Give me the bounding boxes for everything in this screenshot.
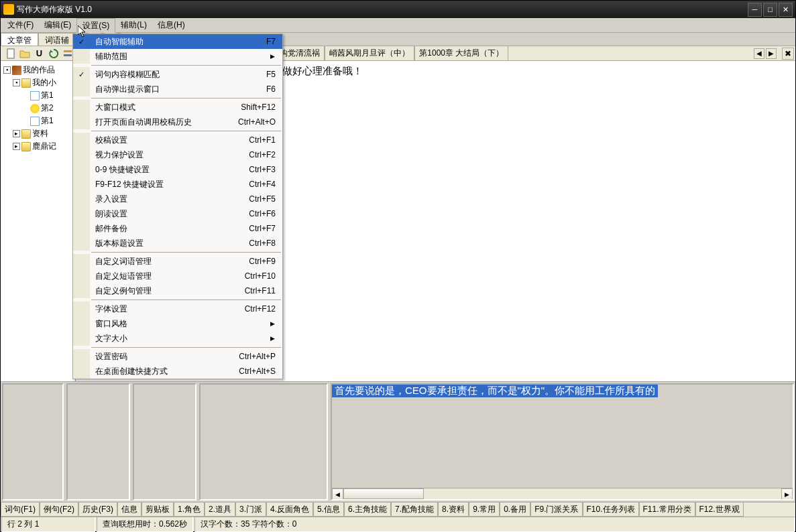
bottom-tab[interactable]: 5.信息 bbox=[313, 503, 344, 517]
check-icon: ✓ bbox=[78, 38, 84, 46]
bottom-tab[interactable]: F12.世界观 bbox=[695, 503, 744, 517]
menu-shortcut: Ctrl+F5 bbox=[249, 194, 276, 204]
left-tab-articles[interactable]: 文章管理 bbox=[1, 33, 38, 46]
bottom-tab[interactable]: 1.角色 bbox=[174, 503, 205, 517]
menu-item[interactable]: 打开页面自动调用校稿历史Ctrl+Alt+O bbox=[73, 115, 282, 129]
menu-item[interactable]: 朗读设置Ctrl+F6 bbox=[73, 206, 282, 221]
menu-gutter bbox=[73, 316, 90, 331]
left-tab-words[interactable]: 词语辅 bbox=[38, 33, 76, 46]
bottom-panel-main[interactable]: 首先要说的是，CEO要承担责任，而不是"权力"。你不能用工作所具有的 ◀ ▶ bbox=[331, 383, 794, 501]
menu-item[interactable]: 大窗口模式Shift+F12 bbox=[73, 100, 282, 115]
new-doc-icon[interactable] bbox=[5, 48, 16, 60]
tab-scroll-right-icon[interactable]: ▶ bbox=[766, 48, 777, 59]
submenu-arrow-icon: ▶ bbox=[269, 320, 276, 327]
tree-node[interactable]: ▸ 资料 bbox=[1, 127, 75, 140]
tree-node[interactable]: ▪ 我的小 bbox=[1, 76, 75, 89]
menu-shortcut: Ctrl+Alt+P bbox=[239, 352, 276, 361]
bottom-tab[interactable]: 例句(F2) bbox=[40, 503, 78, 517]
close-button[interactable]: ✕ bbox=[779, 3, 793, 17]
menu-file[interactable]: 文件(F) bbox=[2, 18, 39, 32]
sidebar-tree: ▪ 我的作品 ▪ 我的小 第1 第2 bbox=[1, 61, 76, 381]
scroll-thumb[interactable] bbox=[343, 488, 424, 499]
menu-item[interactable]: 在桌面创建快捷方式Ctrl+Alt+S bbox=[73, 364, 282, 379]
bottom-tabs: 词句(F1)例句(F2)历史(F3)信息剪贴板1.角色2.道具3.门派4.反面角… bbox=[1, 502, 795, 517]
menu-item-label: 版本标题设置 bbox=[90, 238, 249, 249]
menu-gutter bbox=[73, 254, 90, 269]
menu-item[interactable]: ✓词句内容模糊匹配F5 bbox=[73, 67, 282, 82]
tree-expand-icon[interactable]: ▸ bbox=[13, 130, 20, 137]
minimize-button[interactable]: ─ bbox=[748, 3, 762, 17]
bottom-tab[interactable]: 6.主角技能 bbox=[344, 503, 391, 517]
doc-tab[interactable]: 峭茜风期月旦评（中） bbox=[325, 46, 414, 61]
menu-gutter: ✓ bbox=[73, 34, 90, 49]
menu-item[interactable]: 视力保护设置Ctrl+F2 bbox=[73, 147, 282, 162]
menu-settings[interactable]: 设置(S) bbox=[76, 18, 115, 33]
menu-assist[interactable]: 辅助(L) bbox=[115, 18, 152, 32]
tree-root[interactable]: ▪ 我的作品 bbox=[1, 64, 75, 76]
menu-edit[interactable]: 编辑(E) bbox=[39, 18, 76, 32]
menu-shortcut: F6 bbox=[266, 84, 276, 94]
menu-item-label: 辅助范围 bbox=[90, 51, 269, 62]
menu-item-label: 自定义短语管理 bbox=[90, 271, 245, 282]
menu-item[interactable]: 窗口风格▶ bbox=[73, 316, 282, 331]
bottom-tab[interactable]: F11.常用分类 bbox=[639, 503, 695, 517]
menu-item[interactable]: 自定义例句管理Ctrl+F11 bbox=[73, 283, 282, 298]
menu-item[interactable]: 0-9 快捷键设置Ctrl+F3 bbox=[73, 162, 282, 177]
menu-info[interactable]: 信息(H) bbox=[152, 18, 190, 32]
menu-item[interactable]: 自定义短语管理Ctrl+F10 bbox=[73, 269, 282, 283]
tree-node[interactable]: 第2 bbox=[1, 102, 75, 115]
menu-item[interactable]: 校稿设置Ctrl+F1 bbox=[73, 133, 282, 147]
menu-gutter bbox=[73, 269, 90, 283]
open-icon[interactable] bbox=[19, 48, 30, 60]
menu-item[interactable]: 自定义词语管理Ctrl+F9 bbox=[73, 254, 282, 269]
refresh-icon[interactable] bbox=[48, 48, 59, 60]
bottom-tab[interactable]: 9.常用 bbox=[469, 503, 500, 517]
bottom-tab[interactable]: 剪贴板 bbox=[141, 503, 174, 517]
app-icon bbox=[3, 4, 14, 15]
bottom-panel-2[interactable] bbox=[66, 383, 130, 501]
bottom-panel-4[interactable] bbox=[199, 383, 328, 501]
menu-item-label: 邮件备份 bbox=[90, 223, 249, 235]
bottom-tab[interactable]: 7.配角技能 bbox=[391, 503, 438, 517]
tree-node[interactable]: ▸ 鹿鼎记 bbox=[1, 140, 75, 153]
bottom-tab[interactable]: 3.门派 bbox=[235, 503, 266, 517]
bottom-panel-1[interactable] bbox=[2, 383, 64, 501]
bottom-tab[interactable]: 2.道具 bbox=[205, 503, 235, 517]
tree-node[interactable]: 第1 bbox=[1, 89, 75, 102]
menu-gutter bbox=[73, 100, 90, 115]
bottom-tab[interactable]: 历史(F3) bbox=[78, 503, 117, 517]
tree-collapse-icon[interactable]: ▪ bbox=[13, 79, 20, 86]
tree-node[interactable]: 第1 bbox=[1, 115, 75, 127]
menu-item[interactable]: 设置密码Ctrl+Alt+P bbox=[73, 349, 282, 364]
maximize-button[interactable]: □ bbox=[763, 3, 777, 17]
bold-icon[interactable]: U bbox=[34, 48, 45, 60]
scroll-right-icon[interactable]: ▶ bbox=[781, 488, 793, 500]
menu-item[interactable]: 自动弹出提示窗口F6 bbox=[73, 82, 282, 96]
menu-gutter bbox=[73, 331, 90, 346]
horizontal-scrollbar[interactable]: ◀ ▶ bbox=[332, 488, 793, 499]
close-tab-icon[interactable]: ✖ bbox=[782, 48, 794, 60]
menu-gutter bbox=[73, 283, 90, 298]
bottom-tab[interactable]: 词句(F1) bbox=[1, 503, 40, 517]
bottom-tab[interactable]: 0.备用 bbox=[500, 503, 530, 517]
tab-scroll-left-icon[interactable]: ◀ bbox=[754, 48, 764, 59]
menu-item[interactable]: 辅助范围▶ bbox=[73, 49, 282, 64]
tree-expand-icon[interactable]: ▸ bbox=[13, 143, 20, 150]
bottom-tab[interactable]: 4.反面角色 bbox=[266, 503, 313, 517]
menu-item[interactable]: 文字大小▶ bbox=[73, 331, 282, 346]
bottom-tab[interactable]: F10.任务列表 bbox=[583, 503, 639, 517]
menu-item[interactable]: 录入设置Ctrl+F5 bbox=[73, 192, 282, 206]
bottom-tab[interactable]: F9.门派关系 bbox=[530, 503, 582, 517]
menu-item[interactable]: F9-F12 快捷键设置Ctrl+F4 bbox=[73, 177, 282, 192]
menu-item[interactable]: ✓自动智能辅助F7 bbox=[73, 34, 282, 49]
bottom-tab[interactable]: 信息 bbox=[117, 503, 141, 517]
menu-item[interactable]: 版本标题设置Ctrl+F8 bbox=[73, 236, 282, 251]
tree-collapse-icon[interactable]: ▪ bbox=[3, 66, 11, 74]
menu-item[interactable]: 字体设置Ctrl+F12 bbox=[73, 302, 282, 316]
menu-item[interactable]: 邮件备份Ctrl+F7 bbox=[73, 221, 282, 236]
bottom-tab[interactable]: 8.资料 bbox=[438, 503, 469, 517]
bottom-panel-3[interactable] bbox=[133, 383, 196, 501]
doc-tab[interactable]: 第1000章 大结局（下） bbox=[414, 46, 508, 61]
menu-shortcut: Ctrl+F12 bbox=[245, 304, 276, 314]
scroll-left-icon[interactable]: ◀ bbox=[332, 488, 343, 500]
